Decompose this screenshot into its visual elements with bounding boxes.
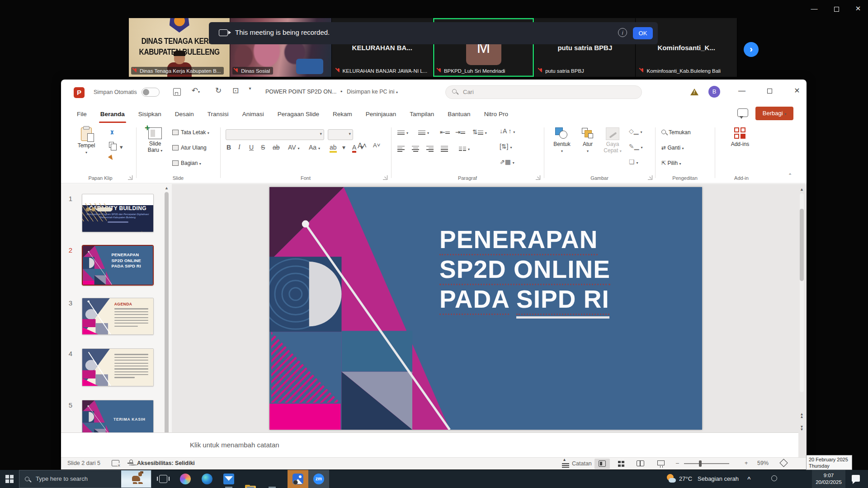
fit-slide-icon[interactable]: [779, 459, 788, 467]
zoom-out-button[interactable]: –: [676, 460, 679, 466]
paste-button[interactable]: Tempel▾: [74, 127, 99, 155]
font-dialog-launcher-icon[interactable]: [383, 175, 387, 180]
tab-desain[interactable]: Desain: [168, 106, 201, 124]
weather-icon[interactable]: [666, 474, 677, 484]
tray-chevron-icon[interactable]: ^: [747, 475, 751, 482]
zoom-in-button[interactable]: +: [745, 460, 748, 466]
weather-condition[interactable]: Sebagian cerah: [698, 475, 739, 482]
scrollbar-thumb[interactable]: [165, 192, 169, 444]
clock[interactable]: 9:07 20/02/2025: [812, 470, 845, 488]
slide-thumbnail-2[interactable]: PENERAPAN SP2D ONLINE PADA SIPD RI: [82, 245, 154, 286]
bold-button[interactable]: B: [226, 144, 231, 151]
collapse-ribbon-icon[interactable]: ⌃: [788, 173, 792, 178]
desktop-minimize-button[interactable]: —: [804, 3, 825, 14]
next-slide-button[interactable]: ▼▼: [798, 426, 805, 432]
canvas-scrollbar-thumb[interactable]: [800, 209, 804, 281]
desktop-maximize-button[interactable]: [826, 3, 847, 14]
tab-animasi[interactable]: Animasi: [236, 106, 271, 124]
search-input[interactable]: Cari: [445, 85, 642, 99]
columns-button[interactable]: ▾: [459, 145, 470, 152]
quick-styles-button[interactable]: Gaya Cepat ▾: [601, 127, 624, 154]
shapes-button[interactable]: Bentuk▾: [549, 127, 575, 154]
align-center-icon[interactable]: [412, 145, 419, 153]
zoom-app-tile[interactable]: zm: [308, 470, 329, 488]
shape-fill-icon[interactable]: ◇▁ ▾: [629, 127, 642, 135]
line-spacing-button[interactable]: ⇅ ▾: [472, 128, 487, 136]
copy-dropdown-icon[interactable]: ▾: [120, 144, 123, 150]
canvas-scrollbar[interactable]: ▲ ▲▲ ▼▼: [798, 187, 805, 457]
save-icon[interactable]: [173, 88, 181, 96]
taskbar-search-input[interactable]: Type here to search: [19, 470, 151, 488]
view-slide-sorter-button[interactable]: [613, 459, 629, 469]
edge-icon[interactable]: [202, 474, 212, 484]
mail-icon[interactable]: [223, 474, 234, 484]
reset-button[interactable]: Atur Ulang: [172, 145, 207, 151]
slide-thumbnail-3[interactable]: AGENDA: [82, 298, 154, 335]
underline-button[interactable]: U: [249, 144, 254, 151]
search-highlight-image[interactable]: [121, 470, 151, 488]
font-color-button[interactable]: A: [352, 144, 356, 153]
arrange-button[interactable]: Atur▾: [576, 127, 599, 154]
view-slideshow-button[interactable]: [653, 459, 669, 469]
undo-icon[interactable]: ↶▾: [189, 86, 202, 95]
format-painter-icon[interactable]: [108, 155, 115, 161]
scroll-up-icon[interactable]: ▲: [798, 188, 805, 191]
justify-icon[interactable]: [441, 145, 448, 153]
tab-peninjauan[interactable]: Peninjauan: [359, 106, 403, 124]
accessibility-status[interactable]: Aksesibilitas: Selidiki: [137, 460, 195, 466]
bullets-button[interactable]: ▾: [397, 128, 408, 136]
notes-toggle-button[interactable]: Catatan: [562, 460, 592, 467]
addins-button[interactable]: Add-ins: [726, 127, 755, 147]
warning-icon[interactable]: !: [690, 89, 698, 95]
zoom-slider[interactable]: [684, 463, 729, 464]
clipboard-dialog-launcher-icon[interactable]: [128, 175, 132, 180]
numbering-button[interactable]: ▾: [418, 128, 429, 136]
quick-access-customize-icon[interactable]: ▾: [244, 86, 256, 91]
text-direction-button[interactable]: ↓A ↑ ▾: [500, 127, 515, 135]
select-button[interactable]: ⇱ Pilih ▾: [661, 160, 681, 166]
notes-pane[interactable]: Klik untuk menambah catatan: [61, 432, 798, 457]
comments-icon[interactable]: [737, 108, 748, 117]
tab-rekam[interactable]: Rekam: [326, 106, 359, 124]
tab-nitro-pro[interactable]: Nitro Pro: [477, 106, 515, 124]
highlight-color-button[interactable]: ab: [330, 144, 337, 153]
replace-button[interactable]: ⇄ Ganti ▾: [661, 145, 684, 151]
ok-button[interactable]: OK: [633, 27, 653, 39]
decrease-indent-icon[interactable]: ⇤: [440, 128, 450, 136]
increase-indent-icon[interactable]: ⇥: [455, 128, 465, 136]
share-button[interactable]: Berbagi ▾: [755, 107, 793, 120]
scroll-up-icon[interactable]: ▲: [164, 186, 170, 190]
notes-placeholder[interactable]: Klik untuk menambah catatan: [190, 441, 279, 449]
drawing-dialog-launcher-icon[interactable]: [648, 175, 652, 180]
tab-peragaan-slide[interactable]: Peragaan Slide: [271, 106, 326, 124]
tab-tampilan[interactable]: Tampilan: [403, 106, 441, 124]
slide-thumbnail-1[interactable]: CAPACITY BUILDING Memperkuat Program SP2…: [82, 194, 154, 232]
display-settings-icon[interactable]: [112, 460, 119, 466]
shape-effects-icon[interactable]: ❏ ▾: [629, 158, 638, 165]
zoom-level[interactable]: 59%: [757, 460, 769, 466]
start-button-icon[interactable]: [5, 475, 14, 483]
convert-smartart-button[interactable]: ⇗▦ ▾: [500, 158, 514, 165]
layout-button[interactable]: Tata Letak ▾: [172, 129, 209, 136]
decrease-font-icon[interactable]: A˅: [373, 142, 380, 149]
thumbnail-scrollbar[interactable]: ▲ ▼: [164, 185, 170, 456]
info-icon[interactable]: i: [618, 28, 627, 37]
start-slideshow-icon[interactable]: ⊡: [229, 86, 242, 95]
tab-bantuan[interactable]: Bantuan: [441, 106, 477, 124]
previous-slide-button[interactable]: ▲▲: [798, 413, 805, 419]
user-avatar[interactable]: B: [708, 86, 720, 98]
new-slide-button[interactable]: Slide Baru ▾: [142, 127, 169, 153]
window-close-button[interactable]: ✕: [786, 80, 808, 102]
tab-file[interactable]: File: [70, 106, 94, 124]
onedrive-tray-icon[interactable]: [771, 475, 777, 481]
desktop-close-button[interactable]: ✕: [848, 3, 868, 14]
shadow-button[interactable]: ab: [273, 144, 280, 151]
strikethrough-button[interactable]: S: [261, 144, 265, 151]
zoom-slider-thumb[interactable]: [699, 460, 702, 467]
align-text-button[interactable]: [⇅] ▾: [500, 143, 512, 150]
shape-outline-icon[interactable]: ✎▁ ▾: [629, 143, 642, 150]
view-normal-button[interactable]: [594, 459, 610, 469]
section-button[interactable]: Bagian ▾: [172, 160, 201, 166]
paragraph-dialog-launcher-icon[interactable]: [536, 175, 540, 180]
save-location-dropdown[interactable]: Disimpan ke PC ini ▾: [347, 89, 398, 95]
